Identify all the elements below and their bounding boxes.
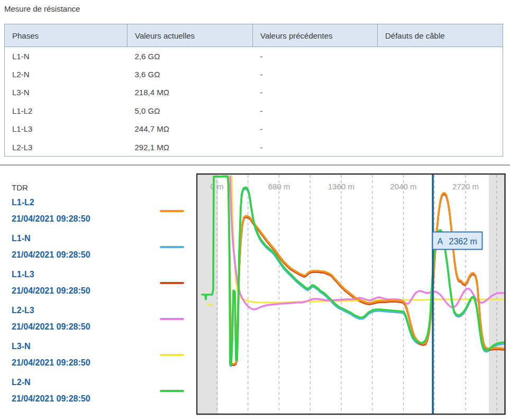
cursor-name: A: [438, 237, 443, 246]
resistance-table: Phases Valeurs actuelles Valeurs précéde…: [4, 24, 503, 157]
legend-timestamp: 21/04/2021 09:28:50: [12, 250, 149, 260]
x-axis-tick-label: 2720 m: [452, 182, 479, 191]
cell-cable-fault: [378, 102, 503, 120]
cell-previous-value: -: [253, 102, 378, 120]
cell-phase: L1-L3: [5, 120, 128, 139]
cell-previous-value: -: [253, 120, 378, 139]
cell-phase: L2-N: [5, 65, 128, 84]
cell-previous-value: -: [253, 47, 378, 66]
trace-L1-L3: [230, 195, 504, 366]
trace-L3-N: [207, 304, 212, 305]
cell-phase: L1-N: [5, 47, 128, 66]
x-axis-tick-label: 0 m: [210, 182, 223, 191]
column-header-previous-values: Valeurs précédentes: [253, 24, 378, 47]
tdr-chart[interactable]: 0 m680 m1360 m2040 m2720 mA2362 m: [196, 173, 506, 415]
legend-timestamp: 21/04/2021 09:28:50: [12, 358, 149, 368]
report-page: { "page": { "title": "Mesure de résistan…: [0, 0, 510, 420]
cell-current-value: 292,1 MΩ: [128, 138, 253, 157]
legend-color-swatch-l1-l3: [160, 282, 184, 284]
cell-cable-fault: [378, 120, 503, 139]
legend-phase-label: L2-L3: [12, 306, 149, 315]
cell-cable-fault: [378, 138, 503, 157]
legend-item-l3-n: L3-N 21/04/2021 09:28:50: [12, 342, 149, 368]
cell-phase: L1-L2: [5, 102, 128, 120]
legend-phase-label: L1-N: [12, 234, 149, 243]
legend-color-swatch-l1-l2: [160, 210, 184, 212]
column-header-phases: Phases: [5, 24, 128, 47]
table-row: L2-N 3,6 GΩ -: [5, 65, 503, 84]
column-header-current-values: Valeurs actuelles: [128, 24, 253, 47]
trace-L1-L2: [214, 177, 504, 364]
legend-color-swatch-l1-n: [160, 246, 184, 248]
table-row: L1-L2 5,0 GΩ -: [5, 102, 503, 120]
cell-cable-fault: [378, 84, 503, 102]
legend-timestamp: 21/04/2021 09:28:50: [12, 394, 149, 404]
table-header-row: Phases Valeurs actuelles Valeurs précéde…: [5, 24, 503, 47]
legend-timestamp: 21/04/2021 09:28:50: [12, 286, 149, 296]
legend-phase-label: L1-L2: [12, 198, 149, 207]
x-axis-tick-label: 1360 m: [328, 182, 354, 191]
cell-current-value: 244,7 MΩ: [128, 120, 253, 139]
cell-current-value: 218,4 MΩ: [128, 84, 253, 102]
column-header-cable-faults: Défauts de câble: [378, 24, 503, 47]
trace-L2-N: [202, 176, 504, 364]
cell-cable-fault: [378, 65, 503, 84]
table-row: L1-N 2,6 GΩ -: [5, 47, 503, 66]
table-row: L2-L3 292,1 MΩ -: [5, 138, 503, 157]
legend-phase-label: L2-N: [12, 378, 149, 387]
cell-previous-value: -: [253, 138, 378, 157]
table-row: L1-L3 244,7 MΩ -: [5, 120, 503, 139]
legend-item-l1-n: L1-N 21/04/2021 09:28:50: [12, 234, 149, 260]
legend-timestamp: 21/04/2021 09:28:50: [12, 322, 149, 332]
page-title: Mesure de résistance: [4, 4, 80, 13]
legend-item-l2-n: L2-N 21/04/2021 09:28:50: [12, 378, 149, 404]
x-axis-tick-label: 2040 m: [390, 182, 416, 191]
cell-current-value: 3,6 GΩ: [128, 65, 253, 84]
cell-previous-value: -: [253, 84, 378, 102]
legend-item-l1-l2: L1-L2 21/04/2021 09:28:50: [12, 198, 149, 224]
cursor-value: 2362 m: [449, 237, 477, 246]
table-row: L3-N 218,4 MΩ -: [5, 84, 503, 102]
legend-color-swatch-l2-l3: [160, 318, 184, 320]
legend-color-swatch-l3-n: [160, 354, 184, 356]
tdr-chart-canvas[interactable]: 0 m680 m1360 m2040 m2720 mA2362 m: [196, 173, 506, 415]
legend-item-l1-l3: L1-L3 21/04/2021 09:28:50: [12, 270, 149, 296]
trace-L1-N: [230, 189, 504, 366]
legend-item-l2-l3: L2-L3 21/04/2021 09:28:50: [12, 306, 149, 332]
section-divider: [0, 165, 510, 166]
legend-phase-label: L3-N: [12, 342, 149, 351]
cell-phase: L2-L3: [5, 138, 128, 157]
cell-previous-value: -: [253, 65, 378, 84]
x-axis-tick-label: 680 m: [268, 182, 290, 191]
cell-cable-fault: [378, 47, 503, 66]
cell-current-value: 2,6 GΩ: [128, 47, 253, 66]
legend-timestamp: 21/04/2021 09:28:50: [12, 214, 149, 224]
cell-current-value: 5,0 GΩ: [128, 102, 253, 120]
legend-phase-label: L1-L3: [12, 270, 149, 279]
tdr-legend-title: TDR: [12, 183, 28, 192]
cell-phase: L3-N: [5, 84, 128, 102]
legend-color-swatch-l2-n: [160, 390, 184, 392]
